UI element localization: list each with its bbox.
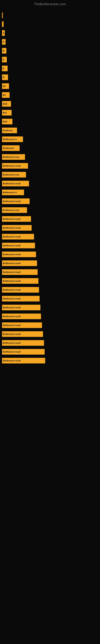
bar-label-9: Bo — [3, 94, 6, 96]
bar-row: Bottleneck — [2, 144, 100, 152]
bar-row: Bottleneck result — [2, 295, 100, 302]
bar-row: Bottleneck result — [2, 339, 100, 346]
bar-row: B — [2, 74, 100, 81]
bar-label-11: Bot — [3, 112, 6, 114]
bar-row: Bottleneck result — [2, 330, 100, 338]
bar-label-4: B — [3, 50, 4, 52]
bar-35: Bottleneck result — [2, 322, 42, 328]
bar-18: Bottleneck resu — [2, 172, 26, 178]
bar-20: Bottleneck re — [2, 190, 24, 195]
bar-label-26: Bottleneck result — [3, 244, 21, 247]
bar-row: Bottleneck result — [2, 233, 100, 240]
bar-4: B — [2, 48, 6, 54]
bar-label-5: E — [3, 58, 4, 61]
bar-38: Bottleneck result — [2, 349, 45, 354]
bar-label-8: Bo — [3, 85, 6, 87]
bar-36: Bottleneck result — [2, 331, 43, 337]
bar-37: Bottleneck result — [2, 340, 44, 346]
bar-row: Bott — [2, 118, 100, 125]
bar-25: Bottleneck result — [2, 234, 34, 240]
bar-15: Bottleneck — [2, 145, 20, 151]
bar-29: Bottleneck result — [2, 269, 38, 275]
bar-22: Bottleneck resu — [2, 207, 27, 213]
bar-21: Bottleneck result — [2, 198, 30, 204]
bar-2: E — [2, 30, 5, 36]
bar-24: Bottleneck result — [2, 225, 32, 231]
bar-row: Bot — [2, 109, 100, 116]
bar-row: Bottlenec — [2, 127, 100, 134]
bar-row: E — [2, 30, 100, 37]
bar-label-34: Bottleneck result — [3, 315, 21, 318]
bar-label-16: Bottleneck resu — [3, 156, 19, 158]
bar-39: Bottleneck result — [2, 358, 45, 364]
bar-label-39: Bottleneck result — [3, 360, 21, 362]
bar-label-20: Bottleneck re — [3, 191, 17, 194]
bar-label-14: Bottleneck re — [3, 138, 17, 140]
bar-label-33: Bottleneck result — [3, 306, 21, 309]
bar-19: Bottleneck result — [2, 181, 29, 186]
bar-row: Bottleneck result — [2, 162, 100, 170]
bar-label-2: E — [3, 32, 4, 34]
bar-34: Bottleneck result — [2, 314, 41, 319]
bar-row: Bottleneck result — [2, 322, 100, 329]
bar-row: E — [2, 56, 100, 63]
bar-26: Bottleneck result — [2, 243, 35, 248]
bar-label-7: B — [3, 76, 4, 78]
bar-30: Bottleneck result — [2, 278, 38, 284]
bar-row: Bottleneck resu — [2, 206, 100, 214]
bar-row: B — [2, 47, 100, 54]
bar-label-13: Bottlenec — [3, 129, 13, 132]
bar-row: Bottleneck result — [2, 348, 100, 356]
bar-row: Bottleneck resu — [2, 171, 100, 178]
bar-row: Bottleneck result — [2, 215, 100, 222]
bar-row: Bottleneck result — [2, 286, 100, 294]
bar-row: Bottleneck result — [2, 198, 100, 205]
bar-9: Bo — [2, 92, 10, 98]
bar-label-22: Bottleneck resu — [3, 209, 19, 211]
bar-label-23: Bottleneck result — [3, 218, 21, 220]
bar-5: E — [2, 57, 7, 62]
bar-33: Bottleneck result — [2, 305, 40, 310]
bar-row: Bottleneck result — [2, 260, 100, 267]
bar-7: B — [2, 74, 8, 80]
bar-row: Bottleneck result — [2, 268, 100, 276]
bar-label-3: H — [3, 41, 4, 43]
bar-row — [2, 12, 100, 19]
bar-row: Bottleneck resu — [2, 153, 100, 160]
bar-row: Bottleneck re — [2, 136, 100, 143]
site-title: TheBottlenecker.com — [0, 0, 100, 8]
bar-row: Bottleneck re — [2, 189, 100, 196]
bar-12: Bott — [2, 119, 12, 124]
bar-row: Bottleneck result — [2, 304, 100, 311]
bar-row: H — [2, 38, 100, 46]
bar-row: Bottleneck result — [2, 242, 100, 249]
bar-row — [2, 20, 100, 28]
bar-label-35: Bottleneck result — [3, 324, 21, 326]
bar-label-12: Bott — [3, 120, 7, 123]
bar-label-25: Bottleneck result — [3, 236, 21, 238]
bar-row: Bo — [2, 82, 100, 90]
bar-16: Bottleneck resu — [2, 154, 25, 160]
bar-row: E — [2, 65, 100, 72]
bar-row: Bottleneck result — [2, 224, 100, 232]
bar-10: Bott — [2, 101, 11, 107]
bar-28: Bottleneck result — [2, 260, 37, 266]
bar-11: Bot — [2, 110, 12, 116]
bar-label-15: Bottleneck — [3, 147, 14, 149]
bar-label-27: Bottleneck result — [3, 253, 21, 256]
bar-label-28: Bottleneck result — [3, 262, 21, 264]
bar-label-31: Bottleneck result — [3, 288, 21, 291]
bar-1 — [2, 21, 3, 27]
bar-32: Bottleneck result — [2, 296, 40, 302]
bar-row: Bott — [2, 100, 100, 108]
bar-label-29: Bottleneck result — [3, 271, 21, 273]
bar-row: Bo — [2, 91, 100, 98]
bar-label-36: Bottleneck result — [3, 333, 21, 335]
bar-label-21: Bottleneck result — [3, 200, 21, 202]
bar-row: Bottleneck result — [2, 180, 100, 187]
bar-27: Bottleneck result — [2, 252, 36, 257]
bar-31: Bottleneck result — [2, 287, 39, 292]
bar-23: Bottleneck result — [2, 216, 31, 222]
bar-label-30: Bottleneck result — [3, 280, 21, 282]
bar-13: Bottlenec — [2, 128, 17, 133]
